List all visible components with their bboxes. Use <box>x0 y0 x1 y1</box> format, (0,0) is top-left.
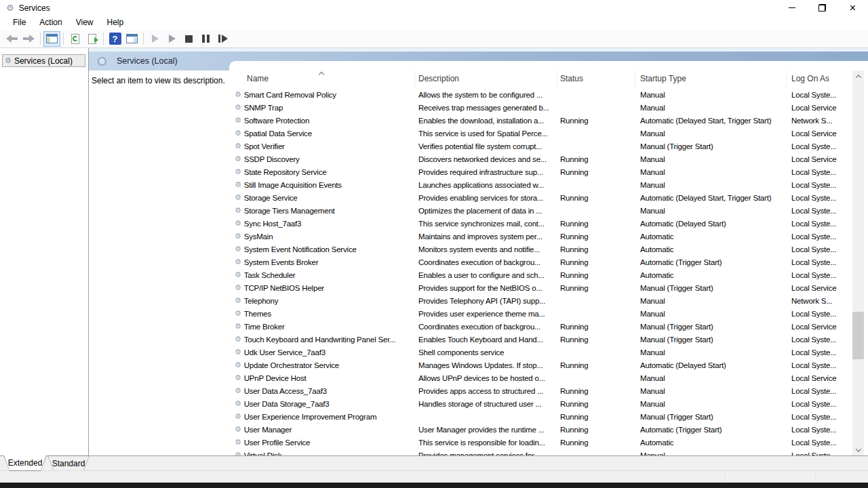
table-row[interactable]: ⚙System Events Broker Coordinates execut… <box>229 256 856 268</box>
service-status: Running <box>560 410 621 423</box>
column-header-description[interactable]: Description <box>418 74 459 83</box>
service-description: Enables Touch Keyboard and Hand... <box>418 333 556 346</box>
vertical-scrollbar[interactable] <box>852 70 864 455</box>
table-row[interactable]: ⚙Themes Provides user experience theme m… <box>229 307 856 320</box>
service-name: Telephony <box>244 297 279 305</box>
table-row[interactable]: ⚙Smart Card Removal Policy Allows the sy… <box>229 88 856 101</box>
pause-service-button[interactable] <box>197 31 214 47</box>
table-row[interactable]: ⚙Spot Verifier Verifies potential file s… <box>229 140 856 152</box>
table-row[interactable]: ⚙SNMP Trap Receives trap messages genera… <box>229 101 856 114</box>
restore-button[interactable] <box>807 0 837 16</box>
list-header: Name Description Status Startup Type Log… <box>229 61 856 88</box>
service-gear-icon: ⚙ <box>235 323 241 330</box>
close-icon: × <box>850 3 856 14</box>
column-divider[interactable] <box>786 70 787 88</box>
service-status: Running <box>560 359 621 371</box>
scrollbar-thumb[interactable] <box>852 312 864 359</box>
service-description: Allows UPnP devices to be hosted o... <box>418 371 556 384</box>
service-log-on-as: Local Syste... <box>791 359 856 371</box>
table-row[interactable]: ⚙User Profile Service This service is re… <box>229 436 856 449</box>
service-name: Task Scheduler <box>244 271 296 279</box>
toolbar-separator <box>40 33 41 45</box>
column-divider[interactable] <box>635 70 635 88</box>
close-button[interactable]: × <box>837 0 868 16</box>
table-row[interactable]: ⚙Sync Host_7aaf3 This service synchroniz… <box>229 217 856 230</box>
service-description: Monitors system events and notifie... <box>418 243 556 256</box>
table-row[interactable]: ⚙Still Image Acquisition Events Launches… <box>229 178 856 191</box>
menu-help[interactable]: Help <box>100 16 131 29</box>
scroll-down-button[interactable] <box>852 444 864 455</box>
service-status <box>560 140 621 152</box>
table-row[interactable]: ⚙UPnP Device Host Allows UPnP devices to… <box>229 371 856 384</box>
forward-button[interactable] <box>20 31 37 47</box>
refresh-icon <box>71 34 79 44</box>
services-rows: ⚙Smart Card Removal Policy Allows the sy… <box>229 88 856 455</box>
resume-service-button[interactable] <box>163 31 180 47</box>
refresh-button[interactable] <box>66 31 83 47</box>
back-button[interactable] <box>3 31 20 47</box>
service-log-on-as: Local Syste... <box>791 449 856 455</box>
service-name: Software Protection <box>244 117 310 125</box>
service-name-cell: ⚙Still Image Acquisition Events <box>235 178 414 191</box>
table-row[interactable]: ⚙Update Orchestrator Service Manages Win… <box>229 359 856 371</box>
pane-title: Services (Local) <box>117 56 178 66</box>
service-status: Running <box>560 397 621 410</box>
table-row[interactable]: ⚙TCP/IP NetBIOS Helper Provides support … <box>229 281 856 294</box>
menu-view[interactable]: View <box>69 16 100 29</box>
service-name: Themes <box>244 310 271 318</box>
table-row[interactable]: ⚙User Manager User Manager provides the … <box>229 423 856 436</box>
scroll-up-button[interactable] <box>852 70 864 82</box>
table-row[interactable]: ⚙User Data Access_7aaf3 Provides apps ac… <box>229 384 856 397</box>
column-divider[interactable] <box>557 70 557 88</box>
table-row[interactable]: ⚙Telephony Provides Telephony API (TAPI)… <box>229 294 856 307</box>
column-header-name[interactable]: Name <box>247 74 269 83</box>
table-row[interactable]: ⚙Storage Tiers Management Optimizes the … <box>229 204 856 217</box>
export-list-button[interactable] <box>83 31 100 47</box>
tab-standard[interactable]: Standard <box>47 455 90 471</box>
table-row[interactable]: ⚙Touch Keyboard and Handwriting Panel Se… <box>229 333 856 346</box>
service-gear-icon: ⚙ <box>235 297 241 304</box>
menu-file[interactable]: File <box>6 16 33 29</box>
stop-service-button[interactable] <box>180 31 197 47</box>
service-startup-type: Manual <box>640 371 793 384</box>
service-startup-type: Manual <box>640 88 793 101</box>
table-row[interactable]: ⚙State Repository Service Provides requi… <box>229 165 856 178</box>
table-row[interactable]: ⚙Spatial Data Service This service is us… <box>229 127 856 140</box>
service-name: SNMP Trap <box>244 104 283 112</box>
show-action-pane-button[interactable] <box>123 31 140 47</box>
view-tab-strip: Extended Standard <box>0 455 868 470</box>
table-row[interactable]: ⚙Udk User Service_7aaf3 Shell components… <box>229 346 856 359</box>
column-header-startup-type[interactable]: Startup Type <box>640 74 686 83</box>
table-row[interactable]: ⚙Storage Service Provides enabling servi… <box>229 191 856 204</box>
table-row[interactable]: ⚙SysMain Maintains and improves system p… <box>229 230 856 243</box>
restart-service-button[interactable] <box>214 31 231 47</box>
table-row[interactable]: ⚙SSDP Discovery Discovers networked devi… <box>229 152 856 165</box>
menu-action[interactable]: Action <box>33 16 68 29</box>
help-button[interactable]: ? <box>106 31 123 47</box>
tab-extended[interactable]: Extended <box>3 455 47 471</box>
table-row[interactable]: ⚙User Data Storage_7aaf3 Handles storage… <box>229 397 856 410</box>
table-row[interactable]: ⚙Software Protection Enables the downloa… <box>229 114 856 127</box>
service-name: User Profile Service <box>244 439 311 447</box>
table-row[interactable]: ⚙Virtual Disk Provides management servic… <box>229 449 856 455</box>
service-status <box>560 178 621 191</box>
column-header-log-on-as[interactable]: Log On As <box>791 74 829 83</box>
service-description: Provides required infrastructure sup... <box>418 165 556 178</box>
column-header-status[interactable]: Status <box>560 74 583 83</box>
tree-item-services-local[interactable]: ⚙ Services (Local) <box>2 54 85 67</box>
table-row[interactable]: ⚙Time Broker Coordinates execution of ba… <box>229 320 856 333</box>
column-divider[interactable] <box>414 70 415 88</box>
show-console-tree-button[interactable] <box>43 31 60 47</box>
service-startup-type: Manual <box>640 307 793 320</box>
console-tree-icon <box>46 34 58 43</box>
table-row[interactable]: ⚙System Event Notification Service Monit… <box>229 243 856 256</box>
service-log-on-as: Local Syste... <box>791 423 856 436</box>
minimize-button[interactable] <box>776 0 807 16</box>
service-name-cell: ⚙Touch Keyboard and Handwriting Panel Se… <box>235 333 414 346</box>
description-hint: Select an item to view its description. <box>92 76 225 85</box>
table-row[interactable]: ⚙User Experience Improvement Program Run… <box>229 410 856 423</box>
start-service-button[interactable] <box>146 31 163 47</box>
table-row[interactable]: ⚙Task Scheduler Enables a user to config… <box>229 268 856 281</box>
service-startup-type: Manual <box>640 127 793 140</box>
service-status: Running <box>560 423 621 436</box>
